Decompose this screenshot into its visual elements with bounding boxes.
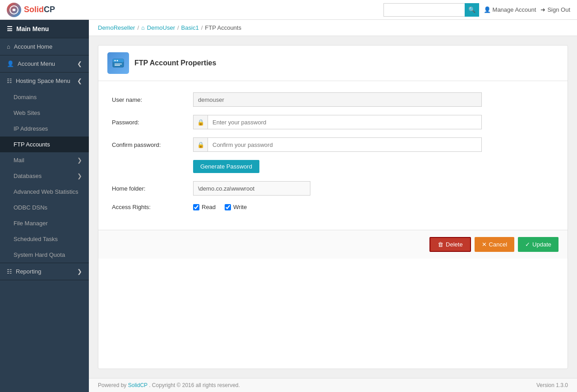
confirm-password-row: Confirm password: 🔒 (112, 137, 554, 152)
mail-chevron-icon: ❯ (77, 157, 82, 164)
hosting-icon: ☷ (7, 77, 12, 84)
breadcrumb-user[interactable]: DemoUser (147, 24, 175, 31)
content-area: DemoReseller / ⌂ DemoUser / Basic1 / FTP… (89, 20, 577, 392)
password-input[interactable] (208, 115, 482, 129)
read-checkbox-label[interactable]: Read (193, 204, 216, 210)
breadcrumb-sep-1: / (137, 24, 139, 31)
sidebar-item-domains[interactable]: Domains (0, 89, 89, 105)
actions-section: 🗑 Delete ✕ Cancel ✓ Update (98, 230, 568, 259)
db-chevron-icon: ❯ (77, 173, 82, 179)
write-checkbox-label[interactable]: Write (225, 204, 247, 210)
delete-icon: 🗑 (438, 241, 443, 248)
breadcrumb-reseller[interactable]: DemoReseller (98, 24, 135, 31)
username-input[interactable] (193, 92, 482, 107)
reporting-icon: ☷ (7, 268, 12, 275)
read-checkbox[interactable] (193, 204, 199, 210)
ftp-panel-icon (107, 52, 129, 74)
username-row: User name: (112, 92, 554, 107)
sidebar-item-databases[interactable]: Databases ❯ (0, 168, 89, 184)
hosting-space-menu-section: ☷ Hosting Space Menu ❮ Domains Web Sites… (0, 73, 89, 263)
reporting-chevron-icon: ❯ (77, 268, 82, 275)
svg-point-4 (117, 60, 118, 61)
manage-account-link[interactable]: 👤 Manage Account (484, 6, 536, 13)
confirm-password-wrapper: 🔒 (193, 137, 482, 152)
account-home-section: ⌂ Account Home (0, 38, 89, 55)
reporting-section: ☷ Reporting ❯ (0, 263, 89, 280)
hosting-space-menu-header[interactable]: ☷ Hosting Space Menu ❮ (0, 73, 89, 89)
svg-point-3 (115, 60, 116, 61)
password-row: Password: 🔒 (112, 115, 554, 129)
breadcrumb: DemoReseller / ⌂ DemoUser / Basic1 / FTP… (89, 20, 577, 36)
logo: SolidCP (7, 3, 55, 17)
footer: Powered by SolidCP . Copyright © 2016 al… (89, 378, 577, 392)
user-icon: 👤 (484, 6, 491, 13)
search-button[interactable]: 🔍 (465, 3, 479, 17)
confirm-password-label: Confirm password: (112, 141, 193, 148)
password-label: Password: (112, 119, 193, 126)
sidebar-item-file-manager[interactable]: File Manager (0, 215, 89, 231)
footer-copyright: Powered by SolidCP . Copyright © 2016 al… (98, 382, 240, 388)
sidebar-item-mail[interactable]: Mail ❯ (0, 152, 89, 168)
solidcp-link[interactable]: SolidCP (128, 382, 148, 388)
sidebar-item-ip-addresses[interactable]: IP Addresses (0, 121, 89, 137)
form-section: User name: Password: 🔒 Confirm password:… (98, 81, 568, 230)
update-icon: ✓ (525, 241, 530, 248)
signout-icon: ➜ (540, 6, 545, 13)
footer-version: Version 1.3.0 (536, 382, 568, 388)
panel-title: FTP Account Properties (134, 59, 216, 67)
home-icon: ⌂ (7, 43, 10, 50)
update-button[interactable]: ✓ Update (518, 237, 559, 252)
content-panel: FTP Account Properties User name: Passwo… (98, 45, 568, 369)
home-folder-row: Home folder: (112, 181, 554, 196)
username-label: User name: (112, 96, 193, 103)
access-rights-label: Access Rights: (112, 204, 193, 210)
access-rights-row: Access Rights: Read Write (112, 204, 554, 210)
main-layout: ☰ Main Menu ⌂ Account Home 👤 Account Men… (0, 20, 577, 392)
search-box: 🔍 (383, 3, 479, 17)
generate-password-row: Generate Password (112, 160, 554, 173)
confirm-lock-icon: 🔒 (193, 137, 208, 152)
chevron-left-icon: ❮ (77, 77, 82, 84)
home-folder-label: Home folder: (112, 185, 193, 192)
home-folder-input[interactable] (193, 181, 310, 196)
confirm-password-input[interactable] (208, 137, 482, 152)
chevron-down-icon: ❮ (77, 60, 82, 67)
breadcrumb-sep-2: / (177, 24, 179, 31)
breadcrumb-sep-3: / (201, 24, 203, 31)
sidebar-item-odbc-dsns[interactable]: ODBC DSNs (0, 200, 89, 215)
search-input[interactable] (383, 3, 465, 17)
breadcrumb-current: FTP Accounts (205, 24, 241, 31)
menu-icon: ☰ (7, 25, 13, 32)
sidebar-item-websites[interactable]: Web Sites (0, 105, 89, 121)
logo-text: SolidCP (24, 5, 55, 14)
account-menu-section: 👤 Account Menu ❮ (0, 55, 89, 73)
account-menu-header[interactable]: 👤 Account Menu ❮ (0, 55, 89, 72)
cancel-icon: ✕ (482, 241, 487, 248)
sidebar: ☰ Main Menu ⌂ Account Home 👤 Account Men… (0, 20, 89, 392)
sidebar-item-system-hard-quota[interactable]: System Hard Quota (0, 247, 89, 263)
sidebar-item-advanced-web-stats[interactable]: Advanced Web Statistics (0, 184, 89, 200)
sign-out-link[interactable]: ➜ Sign Out (540, 6, 570, 13)
top-nav-right: 🔍 👤 Manage Account ➜ Sign Out (383, 3, 570, 17)
account-home-item[interactable]: ⌂ Account Home (0, 38, 89, 55)
main-menu-header: ☰ Main Menu (0, 20, 89, 38)
sidebar-item-ftp-accounts[interactable]: FTP Accounts (0, 137, 89, 152)
top-nav: SolidCP 🔍 👤 Manage Account ➜ Sign Out (0, 0, 577, 20)
cancel-button[interactable]: ✕ Cancel (475, 237, 514, 252)
account-menu-icon: 👤 (7, 60, 14, 67)
breadcrumb-home-icon: ⌂ (141, 24, 145, 31)
panel-header: FTP Account Properties (98, 46, 568, 81)
delete-button[interactable]: 🗑 Delete (429, 237, 471, 252)
password-wrapper: 🔒 (193, 115, 482, 129)
generate-password-button[interactable]: Generate Password (193, 160, 259, 173)
logo-icon (7, 3, 21, 17)
write-checkbox[interactable] (225, 204, 231, 210)
breadcrumb-package[interactable]: Basic1 (181, 24, 199, 31)
lock-icon: 🔒 (193, 115, 208, 129)
sidebar-item-scheduled-tasks[interactable]: Scheduled Tasks (0, 231, 89, 247)
reporting-header[interactable]: ☷ Reporting ❯ (0, 263, 89, 280)
